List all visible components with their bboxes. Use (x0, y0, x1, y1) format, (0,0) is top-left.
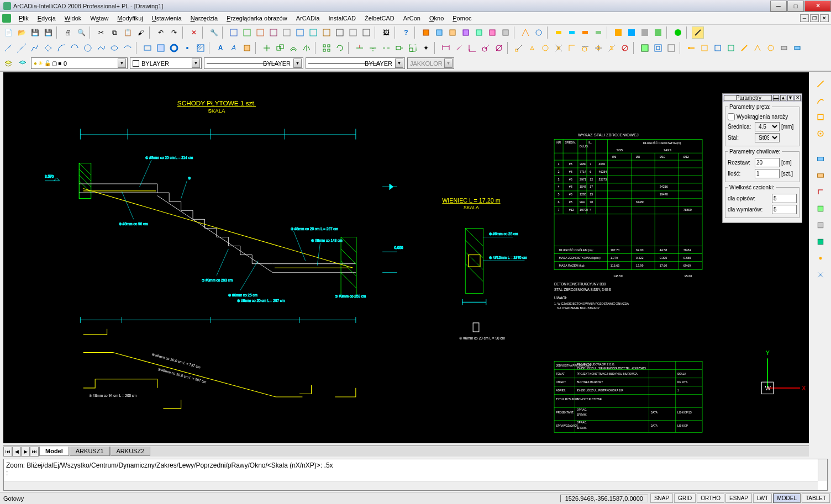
open-icon[interactable]: 📂 (15, 26, 28, 39)
tb8-icon[interactable] (320, 26, 333, 39)
menu-instalcad[interactable]: InstalCAD (324, 14, 360, 23)
stal-select[interactable]: St0S (755, 133, 780, 142)
arc4-icon[interactable] (460, 26, 472, 39)
save-icon[interactable]: 💾 (29, 26, 41, 39)
zb7-icon[interactable] (765, 42, 777, 54)
zb2-icon[interactable] (698, 42, 711, 54)
rt-6-icon[interactable] (813, 168, 828, 183)
arc18-icon[interactable] (672, 26, 684, 39)
snap-int-icon[interactable] (553, 42, 565, 54)
tab-last-icon[interactable]: ⏭ (30, 447, 39, 457)
menu-wstaw[interactable]: Wstaw (86, 14, 113, 23)
arc11-icon[interactable] (566, 26, 578, 39)
arc3-icon[interactable] (446, 26, 459, 39)
delete-icon[interactable]: ✕ (188, 26, 200, 39)
arc2-icon[interactable] (69, 42, 81, 54)
plotstyle-dropdown[interactable]: JAKKOLOR ▼ (407, 57, 454, 69)
toggle-model[interactable]: MODEL (773, 494, 801, 503)
doc-minimize-button[interactable]: ─ (800, 14, 809, 22)
toggle-grid[interactable]: GRID (674, 494, 696, 503)
tb3-icon[interactable] (254, 26, 266, 39)
tab-next-icon[interactable]: ▶ (21, 447, 30, 457)
dimdia-icon[interactable] (493, 42, 505, 54)
rozstaw-input[interactable] (755, 158, 780, 167)
parameters-palette[interactable]: Parametry ▬ ▲ ▼ ✕ Parametry pręta: Wyokr… (722, 93, 802, 223)
arc2-icon[interactable] (433, 26, 445, 39)
offset-icon[interactable] (287, 42, 299, 54)
arc-icon[interactable] (55, 42, 67, 54)
snap-end-icon[interactable] (513, 42, 525, 54)
mtext-icon[interactable]: A (214, 42, 227, 54)
cut-icon[interactable]: ✂ (95, 26, 107, 39)
toggle-esnap[interactable]: ESNAP (725, 494, 752, 503)
tb6-icon[interactable] (294, 26, 306, 39)
stretch-icon[interactable] (393, 42, 406, 54)
pline-icon[interactable] (29, 42, 41, 54)
menu-zelbetcad[interactable]: ŻelbetCAD (360, 14, 399, 23)
tb10-icon[interactable] (347, 26, 359, 39)
scale-icon[interactable] (407, 42, 419, 54)
tool-a-icon[interactable] (639, 42, 651, 54)
arc17-icon[interactable] (652, 26, 664, 39)
menu-plik[interactable]: Plik (14, 14, 33, 23)
explode-icon[interactable]: ✦ (420, 42, 432, 54)
redo-icon[interactable]: ↷ (168, 26, 180, 39)
cmd-prompt[interactable]: : (6, 469, 825, 477)
saveall-icon[interactable]: 💾 (42, 26, 54, 39)
wyokr-checkbox[interactable] (728, 113, 735, 120)
tab-arkusz1[interactable]: ARKUSZ1 (70, 447, 110, 456)
menu-ustawienia[interactable]: Ustawienia (148, 14, 186, 23)
rt-11-icon[interactable] (813, 251, 828, 266)
rt-8-icon[interactable] (813, 201, 828, 216)
matchprop-icon[interactable]: 🖌 (135, 26, 147, 39)
arc6-icon[interactable] (486, 26, 498, 39)
zb5-icon[interactable] (738, 42, 750, 54)
lineweight-dropdown[interactable]: BYLAYER ▼ (306, 57, 405, 69)
mirror-icon[interactable] (301, 42, 313, 54)
ellipse-icon[interactable] (108, 42, 120, 54)
toggle-snap[interactable]: SNAP (650, 494, 673, 503)
menu-pomoc[interactable]: Pomoc (448, 14, 476, 23)
tool-b-icon[interactable] (652, 42, 664, 54)
tab-model[interactable]: Model (39, 447, 69, 456)
palette-close-icon[interactable]: ✕ (795, 95, 801, 101)
zb3-icon[interactable] (712, 42, 724, 54)
polygon-icon[interactable] (42, 42, 54, 54)
ellipsearc-icon[interactable] (122, 42, 134, 54)
zb1-icon[interactable] (685, 42, 697, 54)
arc10-icon[interactable] (553, 26, 565, 39)
new-icon[interactable]: 📄 (2, 26, 14, 39)
arc15-icon[interactable] (625, 26, 638, 39)
snap-tan-icon[interactable] (579, 42, 591, 54)
snap-near-icon[interactable] (606, 42, 618, 54)
close-button[interactable]: ✕ (804, 1, 831, 12)
srednica-select[interactable]: 4.5 (755, 122, 780, 131)
zb9-icon[interactable] (791, 42, 803, 54)
dimrad-icon[interactable] (480, 42, 492, 54)
block-icon[interactable] (241, 42, 253, 54)
text-icon[interactable]: A (228, 42, 240, 54)
palette-min-icon[interactable]: ▲ (780, 95, 786, 101)
zb4-icon[interactable] (725, 42, 737, 54)
menu-okno[interactable]: Okno (425, 14, 448, 23)
menu-widok[interactable]: Widok (60, 14, 86, 23)
line-icon[interactable] (2, 42, 14, 54)
tb5-icon[interactable] (281, 26, 293, 39)
circle-icon[interactable] (82, 42, 94, 54)
snap-cen-icon[interactable] (539, 42, 551, 54)
array-icon[interactable] (320, 42, 333, 54)
palette-opt-icon[interactable]: ▼ (787, 95, 793, 101)
arc8-icon[interactable] (519, 26, 532, 39)
toggle-tablet[interactable]: TABLET (802, 494, 830, 503)
rt-5-icon[interactable] (813, 152, 828, 166)
minimize-button[interactable]: ─ (770, 1, 787, 12)
linetype-dropdown[interactable]: BYLAYER ▼ (204, 57, 303, 69)
tb7-icon[interactable] (307, 26, 319, 39)
help-icon[interactable]: ? (400, 26, 412, 39)
toggle-ortho[interactable]: ORTHO (697, 494, 724, 503)
arc13-icon[interactable] (592, 26, 604, 39)
menu-narzedzia[interactable]: Narzędzia (186, 14, 223, 23)
xline-icon[interactable] (15, 42, 28, 54)
tb11-icon[interactable] (360, 26, 372, 39)
tb4-icon[interactable] (267, 26, 280, 39)
